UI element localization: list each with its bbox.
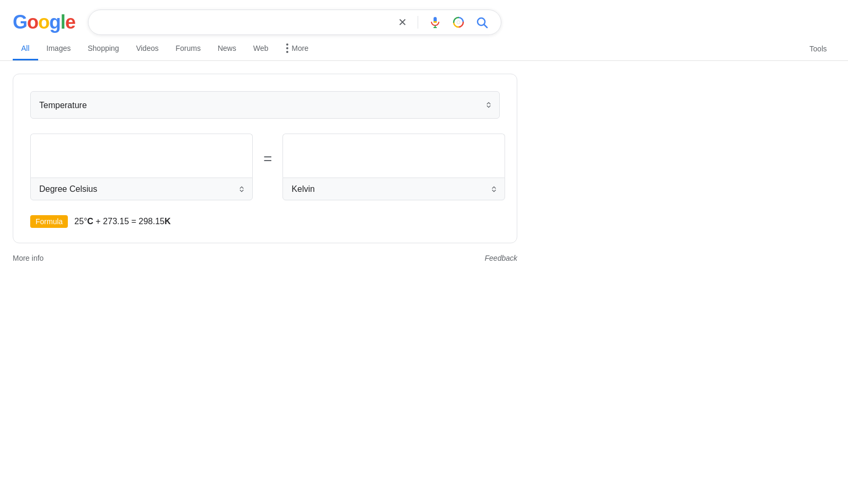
from-input-group: 25 Degree Celsius: [30, 134, 253, 200]
search-tabs: All Images Shopping Videos Forums News W…: [0, 37, 848, 61]
main-content: Temperature 25 Degree Celsius = 298.15 K…: [0, 61, 530, 275]
svg-line-7: [484, 25, 488, 28]
tab-web[interactable]: Web: [245, 38, 277, 60]
formula-section: Formula 25°C + 273.15 = 298.15K: [30, 215, 500, 228]
logo-o1: o: [27, 11, 38, 33]
logo-o2: o: [38, 11, 49, 33]
tab-more[interactable]: More: [277, 37, 317, 61]
tab-forums[interactable]: Forums: [167, 38, 209, 60]
tab-tools[interactable]: Tools: [801, 38, 835, 59]
voice-search-button[interactable]: [427, 14, 444, 31]
google-logo[interactable]: Google: [13, 11, 75, 33]
logo-g2: g: [49, 11, 60, 33]
search-divider: [418, 16, 418, 29]
svg-rect-3: [434, 21, 437, 23]
logo-e: e: [65, 11, 75, 33]
more-info-link[interactable]: More info: [13, 254, 43, 262]
lens-search-button[interactable]: [450, 14, 467, 31]
unit-type-select[interactable]: Temperature: [30, 91, 500, 119]
search-icon: [475, 16, 488, 29]
search-bar: 25 deg c in kelvin ✕: [88, 10, 501, 35]
tab-videos[interactable]: Videos: [128, 38, 167, 60]
to-value-input[interactable]: 298.15: [282, 134, 505, 178]
clear-button[interactable]: ✕: [396, 14, 409, 31]
formula-badge: Formula: [30, 215, 68, 228]
logo-g: G: [13, 11, 27, 33]
equals-sign: =: [263, 151, 272, 167]
microphone-icon: [429, 16, 441, 29]
tab-news[interactable]: News: [209, 38, 245, 60]
to-unit-select[interactable]: Kelvin: [282, 178, 505, 200]
clear-icon: ✕: [398, 16, 407, 29]
formula-text: 25°C + 273.15 = 298.15K: [74, 217, 171, 226]
from-unit-select[interactable]: Degree Celsius: [30, 178, 253, 200]
svg-point-5: [457, 21, 460, 24]
card-footer: More info Feedback: [13, 247, 517, 262]
more-dots-icon: [285, 43, 289, 53]
from-value-input[interactable]: 25: [30, 134, 253, 178]
search-button[interactable]: [473, 14, 490, 31]
converter-card: Temperature 25 Degree Celsius = 298.15 K…: [13, 74, 517, 243]
header: Google 25 deg c in kelvin ✕: [0, 0, 848, 35]
tab-shopping[interactable]: Shopping: [79, 38, 127, 60]
search-input[interactable]: 25 deg c in kelvin: [99, 17, 390, 28]
to-input-group: 298.15 Kelvin: [282, 134, 505, 200]
tab-all[interactable]: All: [13, 38, 38, 60]
tab-images[interactable]: Images: [38, 38, 80, 60]
feedback-link[interactable]: Feedback: [485, 254, 517, 262]
converter-inputs: 25 Degree Celsius = 298.15 Kelvin: [30, 134, 500, 200]
lens-icon: [452, 16, 465, 29]
logo-l: l: [60, 11, 65, 33]
